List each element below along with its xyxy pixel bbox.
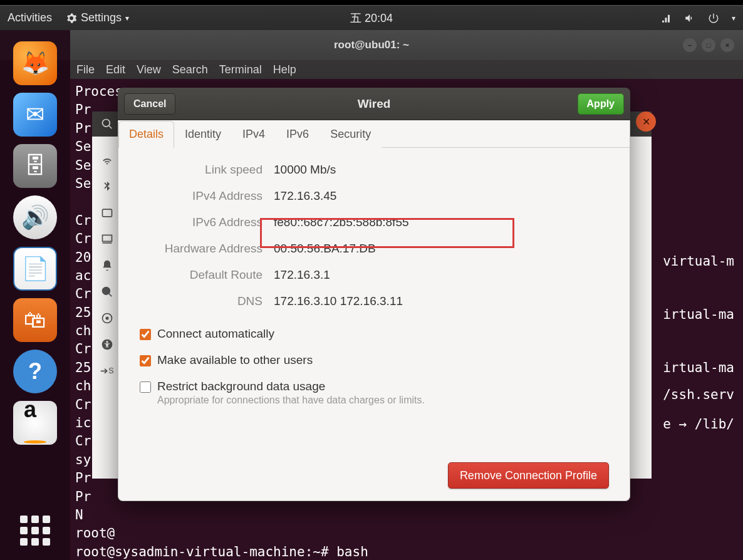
dock-software[interactable]: 🛍 bbox=[13, 298, 57, 342]
terminal-fragment: virtual-m bbox=[663, 254, 734, 269]
menu-view[interactable]: View bbox=[137, 63, 161, 76]
settings-close-button[interactable]: ✕ bbox=[636, 111, 656, 132]
power-pref-icon[interactable]: ➔S bbox=[100, 363, 115, 378]
menu-search[interactable]: Search bbox=[172, 63, 208, 76]
ipv6-label: IPv6 Address bbox=[125, 215, 262, 229]
app-menu-label: Settings bbox=[81, 11, 122, 24]
route-label: Default Route bbox=[125, 268, 262, 282]
gnome-top-bar: Activities Settings ▾ 五 20:04 ▾ bbox=[0, 5, 743, 30]
black-strip bbox=[0, 0, 743, 5]
checkbox-section: Connect automatically Make available to … bbox=[140, 327, 608, 406]
svg-point-6 bbox=[106, 341, 108, 343]
connection-dialog: Cancel Wired Apply Details Identity IPv4… bbox=[118, 88, 630, 501]
search-icon[interactable] bbox=[101, 118, 113, 130]
clock[interactable]: 五 20:04 bbox=[350, 11, 393, 26]
ipv4-label: IPv4 Address bbox=[125, 189, 262, 203]
menu-help[interactable]: Help bbox=[273, 63, 296, 76]
search-pref-icon[interactable] bbox=[100, 284, 115, 299]
share-row[interactable]: Make available to other users bbox=[140, 353, 608, 367]
connect-auto-row[interactable]: Connect automatically bbox=[140, 327, 608, 341]
window-maximize-icon[interactable]: □ bbox=[702, 38, 715, 52]
svg-rect-1 bbox=[103, 235, 112, 241]
tab-ipv4[interactable]: IPv4 bbox=[232, 121, 276, 148]
dns-value: 172.16.3.10 172.16.3.11 bbox=[274, 294, 630, 308]
cancel-button[interactable]: Cancel bbox=[124, 93, 175, 115]
dialog-tabs: Details Identity IPv4 IPv6 Security bbox=[118, 120, 630, 148]
dialog-title: Wired bbox=[358, 97, 391, 111]
background-icon[interactable] bbox=[100, 205, 115, 220]
chevron-down-icon: ▾ bbox=[125, 14, 129, 23]
dock: 🦊 ✉ 🗄 🔊 📄 🛍 ? a bbox=[0, 30, 70, 560]
restrict-label: Restrict background data usage bbox=[157, 380, 425, 393]
ipv4-value: 172.16.3.45 bbox=[274, 189, 630, 203]
activities-button[interactable]: Activities bbox=[8, 11, 52, 24]
hw-value: 00:50:56:BA:17:DB bbox=[274, 242, 630, 256]
ipv6-value: fe80::68c7:2b5:588b:8f55 bbox=[274, 215, 630, 229]
volume-icon[interactable] bbox=[684, 13, 695, 24]
gear-icon bbox=[66, 13, 77, 24]
route-value: 172.16.3.1 bbox=[274, 268, 630, 282]
terminal-menubar: File Edit View Search Terminal Help bbox=[70, 60, 743, 79]
dock-thunderbird[interactable]: ✉ bbox=[13, 93, 57, 137]
details-grid: Link speed 10000 Mb/s IPv4 Address 172.1… bbox=[118, 163, 630, 308]
dock-writer[interactable]: 📄 bbox=[13, 247, 57, 291]
chevron-down-icon: ▾ bbox=[732, 14, 735, 23]
terminal-fragment: irtual-ma bbox=[663, 307, 734, 322]
terminal-fragment: /ssh.serv bbox=[663, 387, 734, 402]
window-minimize-icon[interactable]: – bbox=[683, 38, 697, 52]
link-speed-label: Link speed bbox=[125, 163, 262, 177]
menu-file[interactable]: File bbox=[76, 63, 95, 76]
bluetooth-icon[interactable] bbox=[100, 179, 115, 194]
dock-amazon[interactable]: a bbox=[13, 401, 57, 445]
link-speed-value: 10000 Mb/s bbox=[274, 163, 630, 177]
restrict-checkbox[interactable] bbox=[140, 381, 151, 393]
dock-files[interactable]: 🗄 bbox=[13, 144, 57, 188]
wifi-icon[interactable] bbox=[100, 153, 115, 168]
window-title: root@ubu01: ~ bbox=[334, 39, 409, 51]
terminal-fragment: irtual-ma bbox=[663, 360, 734, 375]
notifications-icon[interactable] bbox=[100, 258, 115, 273]
connect-auto-checkbox[interactable] bbox=[140, 329, 151, 340]
tab-ipv6[interactable]: IPv6 bbox=[276, 121, 320, 148]
window-titlebar: root@ubu01: ~ – □ × bbox=[0, 30, 743, 60]
dock-rhythmbox[interactable]: 🔊 bbox=[13, 195, 57, 239]
dialog-titlebar: Cancel Wired Apply bbox=[118, 88, 630, 120]
restrict-row[interactable]: Restrict background data usage Appropria… bbox=[140, 380, 608, 406]
share-checkbox[interactable] bbox=[140, 355, 151, 366]
menu-edit[interactable]: Edit bbox=[106, 63, 125, 76]
dialog-body: Details Identity IPv4 IPv6 Security Link… bbox=[118, 120, 630, 501]
region-icon[interactable] bbox=[100, 311, 115, 326]
remove-profile-button[interactable]: Remove Connection Profile bbox=[448, 462, 609, 489]
dock-apps-grid[interactable] bbox=[18, 513, 53, 547]
tab-details[interactable]: Details bbox=[118, 121, 174, 148]
hw-label: Hardware Address bbox=[125, 242, 262, 256]
dock-help[interactable]: ? bbox=[13, 350, 57, 393]
tab-security[interactable]: Security bbox=[320, 121, 382, 148]
dock-icon[interactable] bbox=[100, 232, 115, 247]
svg-rect-2 bbox=[103, 242, 112, 244]
svg-point-4 bbox=[106, 317, 109, 320]
menu-terminal[interactable]: Terminal bbox=[219, 63, 262, 76]
connect-auto-label: Connect automatically bbox=[157, 327, 274, 341]
tab-identity[interactable]: Identity bbox=[174, 121, 232, 148]
accessibility-icon[interactable] bbox=[100, 337, 115, 352]
restrict-sublabel: Appropriate for connections that have da… bbox=[157, 395, 425, 406]
app-menu[interactable]: Settings ▾ bbox=[66, 11, 129, 24]
dns-label: DNS bbox=[125, 294, 262, 308]
share-label: Make available to other users bbox=[157, 353, 313, 367]
svg-rect-0 bbox=[103, 209, 112, 217]
terminal-fragment: e → /lib/ bbox=[663, 417, 734, 432]
dock-firefox[interactable]: 🦊 bbox=[13, 41, 57, 85]
network-icon[interactable] bbox=[660, 13, 672, 24]
apply-button[interactable]: Apply bbox=[578, 93, 624, 115]
window-close-icon[interactable]: × bbox=[720, 38, 734, 52]
power-icon[interactable] bbox=[708, 13, 719, 24]
